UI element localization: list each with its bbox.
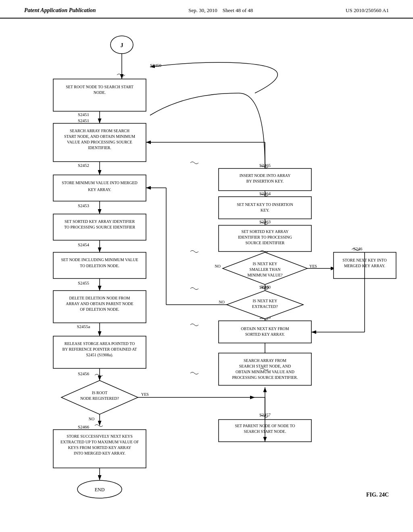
svg-text:RELEASE STORGE AREA POINTED TO: RELEASE STORGE AREA POINTED TO [65,341,135,346]
date-sheet: Sep. 30, 2010 Sheet 48 of 48 [188,7,253,14]
svg-text:OBTAIN NEXT KEY FROM: OBTAIN NEXT KEY FROM [241,326,289,331]
svg-text:SET SORTED KEY ARRAY: SET SORTED KEY ARRAY [241,229,288,234]
svg-text:OBTAIN MINIMUM VALUE AND: OBTAIN MINIMUM VALUE AND [236,370,294,374]
svg-text:MINIMUM VALUE?: MINIMUM VALUE? [247,273,283,277]
svg-text:EXTRACTED?: EXTRACTED? [252,304,278,309]
svg-text:SET SORTED KEY ARRAY IDENTIFIE: SET SORTED KEY ARRAY IDENTIFIER [65,219,135,224]
svg-text:NO: NO [219,300,225,304]
svg-text:S2455a: S2455a [77,324,90,329]
svg-text:DELETE DELETION NODE FROM: DELETE DELETION NODE FROM [69,296,130,300]
svg-text:SOURCE IDENTIFIER: SOURCE IDENTIFIER [246,241,285,245]
diagram-area: J S2450 SET ROOT NODE TO SEARCH START NO… [0,19,413,510]
svg-text:S2454: S2454 [78,242,90,247]
patent-number: US 2010/250560 A1 [346,7,389,14]
page-header: Patent Application Publication Sep. 30, … [0,0,413,19]
svg-text:SEARCH ARRAY FROM: SEARCH ARRAY FROM [244,358,286,363]
svg-text:IDENTIFIER.: IDENTIFIER. [88,145,111,150]
svg-text:IS NEXT KEY: IS NEXT KEY [253,299,277,303]
svg-text:INSERT NODE INTO ARRAY: INSERT NODE INTO ARRAY [240,173,291,178]
svg-text:BY REFERENCE POINTER OBTAINED : BY REFERENCE POINTER OBTAINED AT [63,347,137,351]
svg-text:YES: YES [141,392,149,397]
svg-rect-32 [53,291,146,323]
svg-text:END: END [95,487,105,493]
svg-text:SET ROOT NODE TO SEARCH START: SET ROOT NODE TO SEARCH START [66,85,133,89]
svg-text:S2451: S2451 [78,118,89,123]
svg-text:NO: NO [215,264,221,268]
svg-text:SMALLER THAN: SMALLER THAN [250,267,281,272]
svg-text:BY INSERTION KEY.: BY INSERTION KEY. [246,179,284,183]
svg-text:EXTRACTED UP TO MAXIMUM VALUE : EXTRACTED UP TO MAXIMUM VALUE OF [60,440,139,444]
svg-text:SORTED KEY ARRAY.: SORTED KEY ARRAY. [245,332,285,337]
svg-text:INTO MERGED KEY ARRAY.: INTO MERGED KEY ARRAY. [74,451,125,455]
svg-text:SET NEXT KEY TO INSERTION: SET NEXT KEY TO INSERTION [237,202,293,207]
svg-text:SEARCH START NODE, AND: SEARCH START NODE, AND [239,364,291,368]
svg-text:IS ROOT: IS ROOT [92,391,108,395]
svg-text:IDENTIFIER TO PROCESSING: IDENTIFIER TO PROCESSING [238,235,292,239]
svg-text:TO DELETION NODE.: TO DELETION NODE. [80,264,119,268]
publication-label: Patent Application Publication [24,7,96,14]
svg-text:KEYS FROM SORTED KEY ARRAY: KEYS FROM SORTED KEY ARRAY [68,445,131,450]
svg-text:START NODE, AND OBTAIN MINIMUM: START NODE, AND OBTAIN MINIMUM [64,134,135,139]
svg-text:S2451: S2451 [78,112,89,117]
svg-text:J: J [121,42,123,48]
svg-rect-5 [53,79,146,111]
svg-text:S2452: S2452 [78,163,89,168]
svg-text:KEY ARRAY.: KEY ARRAY. [88,187,111,192]
svg-text:S2453: S2453 [78,203,90,208]
svg-text:PROCESSING SOURCE IDENTIFIER.: PROCESSING SOURCE IDENTIFIER. [232,375,298,380]
svg-text:NODE  REGISTERED?: NODE REGISTERED? [80,396,119,401]
flowchart-svg: J S2450 SET ROOT NODE TO SEARCH START NO… [12,23,401,506]
svg-text:SET NODE INCLUDING MINIMUM VAL: SET NODE INCLUDING MINIMUM VALUE [61,258,138,262]
svg-text:ARRAY AND OBTAIN PARENT NODE: ARRAY AND OBTAIN PARENT NODE [66,301,133,306]
svg-rect-66 [219,353,311,385]
svg-text:STORE MINIMUM VALUE INTO MERGE: STORE MINIMUM VALUE INTO MERGED [62,181,138,185]
svg-text:S2455: S2455 [78,281,90,285]
svg-text:STORE SUCCESSIVELY NEXT KEYS: STORE SUCCESSIVELY NEXT KEYS [67,434,133,438]
svg-text:YES: YES [309,264,317,268]
svg-rect-38 [53,336,146,368]
svg-text:IS NEXT KEY: IS NEXT KEY [253,262,277,266]
svg-text:NODE.: NODE. [94,90,106,95]
svg-text:S2456: S2456 [78,371,90,376]
figure-label: FIG. 24C [366,492,389,498]
svg-text:OF DELETION NODE.: OF DELETION NODE. [80,307,119,312]
svg-text:VALUE AND PROCESSING SOURCE: VALUE AND PROCESSING SOURCE [67,140,132,144]
svg-text:S2451 (S1908a).: S2451 (S1908a). [86,353,113,357]
svg-text:TO PROCESSING SOURCE IDENTIFIE: TO PROCESSING SOURCE IDENTIFIER [64,225,136,229]
svg-text:SEARCH ARRAY FROM SEARCH: SEARCH ARRAY FROM SEARCH [70,129,129,133]
svg-text:S2466: S2466 [78,424,90,429]
svg-text:KEY.: KEY. [261,208,269,212]
svg-text:NO: NO [89,417,94,421]
